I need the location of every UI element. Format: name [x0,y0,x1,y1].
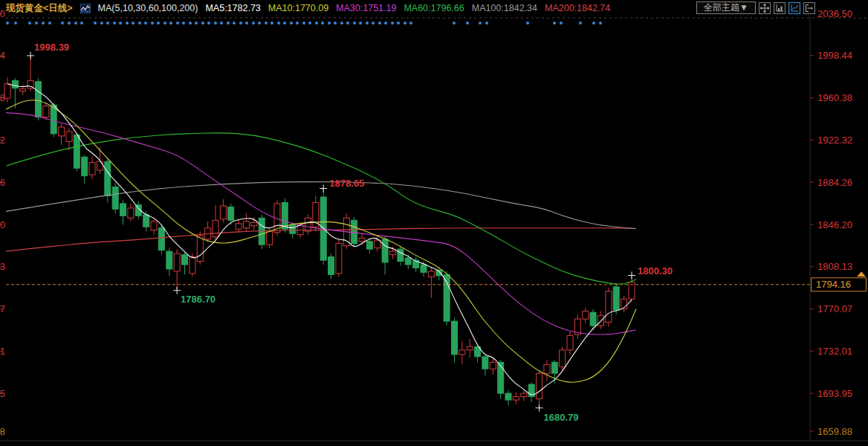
svg-text:1878.65: 1878.65 [329,178,364,189]
pan-icon[interactable] [759,2,771,14]
svg-text:1998.44: 1998.44 [817,50,852,61]
svg-text:1732.01: 1732.01 [817,346,852,357]
svg-text:1922.32: 1922.32 [0,135,5,146]
candlestick-chart-icon [80,4,91,13]
ma200-value: MA200:1842.74 [545,3,610,13]
svg-text:1998.39: 1998.39 [34,42,69,53]
chart-canvas[interactable]: 1998.391786.701878.651680.791800.302036.… [0,0,868,446]
svg-text:1960.38: 1960.38 [0,92,5,103]
header-toolbar: 全部主题▼ [696,1,815,14]
instrument-title: 现货黄金<日线> [6,2,73,15]
chart-header: 现货黄金<日线> MA(5,10,30,60,100,200) MA5:1782… [0,0,868,16]
svg-text:1846.20: 1846.20 [817,219,852,230]
ma60-value: MA60:1796.66 [404,3,464,13]
ma-group-label: MA(5,10,30,60,100,200) [98,3,198,13]
svg-text:1884.26: 1884.26 [817,177,852,188]
svg-text:1659.88: 1659.88 [0,426,5,437]
svg-text:1770.07: 1770.07 [0,303,5,314]
ma10-value: MA10:1770.09 [268,3,328,13]
trading-terminal: 现货黄金<日线> MA(5,10,30,60,100,200) MA5:1782… [0,0,868,446]
trend-chart-icon[interactable] [788,2,800,14]
svg-text:1659.88: 1659.88 [817,426,852,437]
svg-text:1786.70: 1786.70 [181,294,216,305]
svg-text:1808.13: 1808.13 [817,261,852,272]
axis-scale-icon[interactable] [774,2,786,14]
themes-dropdown[interactable]: 全部主题▼ [696,1,756,14]
svg-text:1794.16: 1794.16 [816,279,851,290]
svg-text:1770.07: 1770.07 [817,303,852,314]
ma5-value: MA5:1782.73 [205,3,260,13]
header-left-group: 现货黄金<日线> MA(5,10,30,60,100,200) MA5:1782… [6,2,610,15]
svg-text:1732.01: 1732.01 [0,346,5,357]
svg-text:1693.95: 1693.95 [0,388,5,399]
svg-text:1960.38: 1960.38 [817,92,852,103]
svg-text:1800.30: 1800.30 [638,265,673,277]
svg-text:1884.26: 1884.26 [0,177,5,188]
svg-text:1680.79: 1680.79 [544,412,579,423]
svg-text:1693.95: 1693.95 [817,388,852,399]
svg-text:1846.20: 1846.20 [0,219,5,230]
period-label: <日线> [43,3,73,13]
svg-text:1998.44: 1998.44 [0,50,5,61]
instrument-name: 现货黄金 [6,3,43,13]
svg-text:1922.32: 1922.32 [817,135,852,146]
ma100-value: MA100:1842.34 [472,3,537,13]
pop-out-icon[interactable] [803,2,815,14]
ma30-value: MA30:1751.19 [336,3,396,13]
svg-text:1808.13: 1808.13 [0,261,5,272]
